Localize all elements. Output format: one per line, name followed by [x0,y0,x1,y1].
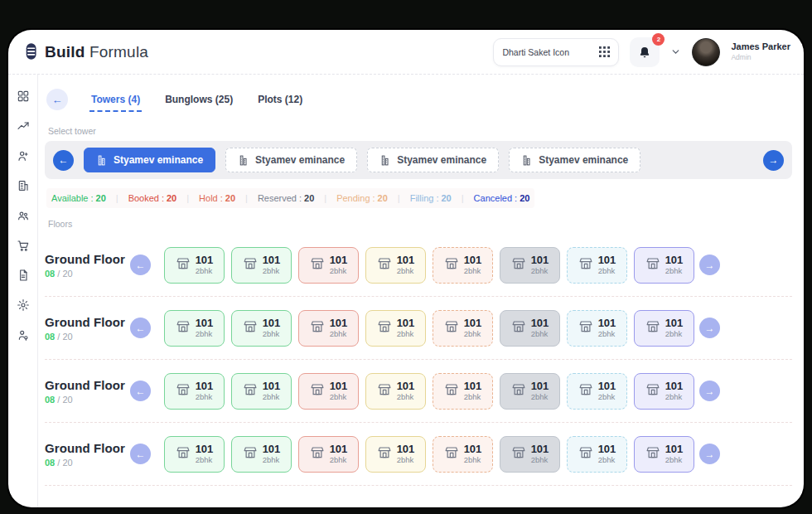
legend-separator: | [186,193,189,203]
unit-card[interactable]: 101 2bhk [567,247,627,284]
unit-card[interactable]: 101 2bhk [433,373,493,410]
unit-card[interactable]: 101 2bhk [298,310,359,347]
unit-type: 2bhk [598,267,616,276]
floor-count: 08 / 20 [45,395,125,405]
select-tower-label: Select tower [48,126,792,136]
unit-type: 2bhk [263,393,281,402]
documents-icon[interactable] [13,265,33,285]
sales-chart-icon[interactable] [13,116,33,136]
unit-card[interactable]: 101 2bhk [634,247,694,284]
unit-type: 2bhk [330,267,348,276]
unit-card[interactable]: 101 2bhk [634,310,694,347]
unit-number: 101 [263,255,281,267]
unit-card[interactable]: 101 2bhk [634,373,694,410]
floor-count: 08 / 20 [45,458,125,468]
tower-name: Styamev eminance [397,154,486,166]
tower-chip[interactable]: Styamev eminance [225,148,357,172]
unit-number: 101 [263,381,281,393]
legend-item: Available : 20 [51,193,106,203]
floor-units-next-button[interactable]: → [699,255,720,275]
unit-type: 2bhk [665,393,684,402]
team-icon[interactable] [13,206,33,225]
projects-icon[interactable] [13,176,33,196]
towers-next-button[interactable]: → [763,150,784,171]
arrow-right-icon: → [705,259,715,271]
floor-units-prev-button[interactable]: ← [130,444,151,464]
floor-info: Ground Floor 08 / 20 [45,252,125,279]
floor-row: Ground Floor 08 / 20 ← 101 2bhk 101 2bhk… [45,423,792,486]
unit-card[interactable]: 101 2bhk [365,436,426,473]
unit-card[interactable]: 101 2bhk [231,436,292,473]
unit-card[interactable]: 101 2bhk [500,310,560,347]
project-selector[interactable]: Dharti Saket Icon [493,38,619,66]
unit-number: 101 [598,444,616,456]
legend-value: 20 [96,193,106,203]
tower-chip[interactable]: Styamev eminance [84,148,215,172]
unit-card[interactable]: 101 2bhk [634,436,694,473]
floor-units-prev-button[interactable]: ← [130,318,151,338]
unit-type: 2bhk [598,456,616,465]
unit-card[interactable]: 101 2bhk [433,247,493,284]
tab-plots[interactable]: Plots (12) [256,90,304,109]
unit-card[interactable]: 101 2bhk [433,310,493,347]
tower-chip[interactable]: Styamev eminance [509,148,640,172]
tower-icon [96,154,107,167]
legend-label: Reserved [258,193,297,203]
user-menu-chevron[interactable] [670,46,681,57]
back-button[interactable]: ← [46,89,68,110]
storefront-icon [377,256,392,274]
unit-card[interactable]: 101 2bhk [567,373,627,410]
unit-card[interactable]: 101 2bhk [567,436,627,473]
unit-number: 101 [196,255,214,267]
unit-card[interactable]: 101 2bhk [365,373,426,410]
unit-card[interactable]: 101 2bhk [164,373,225,410]
floor-units-prev-button[interactable]: ← [130,381,151,401]
legend-item: Filling : 20 [410,193,452,203]
unit-type: 2bhk [196,267,214,276]
floor-units-next-button[interactable]: → [699,381,720,401]
unit-card[interactable]: 101 2bhk [164,310,225,347]
unit-card[interactable]: 101 2bhk [298,373,359,410]
legend-separator: | [324,193,326,203]
floor-units-prev-button[interactable]: ← [130,255,151,275]
tab-towers[interactable]: Towers (4) [89,90,142,109]
unit-card[interactable]: 101 2bhk [365,310,426,347]
notifications-button[interactable]: 2 [630,37,660,67]
customer-icon[interactable] [13,146,33,166]
unit-card[interactable]: 101 2bhk [164,436,225,473]
tab-bunglows[interactable]: Bunglows (25) [163,90,234,109]
legend-value: 20 [225,193,235,203]
unit-type: 2bhk [531,330,549,339]
unit-number: 101 [263,318,281,330]
user-avatar[interactable] [692,38,720,66]
unit-card[interactable]: 101 2bhk [500,247,560,284]
status-legend: Available : 20 | Booked : 20 | Hold : 20… [46,188,534,208]
unit-card[interactable]: 101 2bhk [500,373,560,410]
unit-card[interactable]: 101 2bhk [231,310,292,347]
floor-count: 08 / 20 [45,269,125,279]
unit-card[interactable]: 101 2bhk [298,247,359,284]
tower-chip[interactable]: Styamev eminance [367,148,499,172]
unit-list: 101 2bhk 101 2bhk 101 2bhk 101 2bhk [164,310,694,347]
unit-number: 101 [464,444,482,456]
settings-gear-icon[interactable] [13,295,33,315]
legend-separator: | [398,193,400,203]
user-access-icon[interactable] [13,325,33,345]
unit-card[interactable]: 101 2bhk [231,247,292,284]
app-window: Build Formula Dharti Saket Icon [8,30,804,507]
unit-number: 101 [397,318,415,330]
purchase-cart-icon[interactable] [13,235,33,255]
unit-number: 101 [598,318,616,330]
unit-card[interactable]: 101 2bhk [298,436,359,473]
dashboard-icon[interactable] [13,86,33,106]
arrow-left-icon: ← [136,386,146,397]
towers-prev-button[interactable]: ← [53,150,74,171]
floor-units-next-button[interactable]: → [699,318,720,338]
unit-card[interactable]: 101 2bhk [365,247,426,284]
floor-units-next-button[interactable]: → [699,444,720,464]
unit-card[interactable]: 101 2bhk [433,436,493,473]
unit-card[interactable]: 101 2bhk [231,373,292,410]
unit-card[interactable]: 101 2bhk [164,247,225,284]
unit-card[interactable]: 101 2bhk [567,310,627,347]
unit-card[interactable]: 101 2bhk [500,436,560,473]
